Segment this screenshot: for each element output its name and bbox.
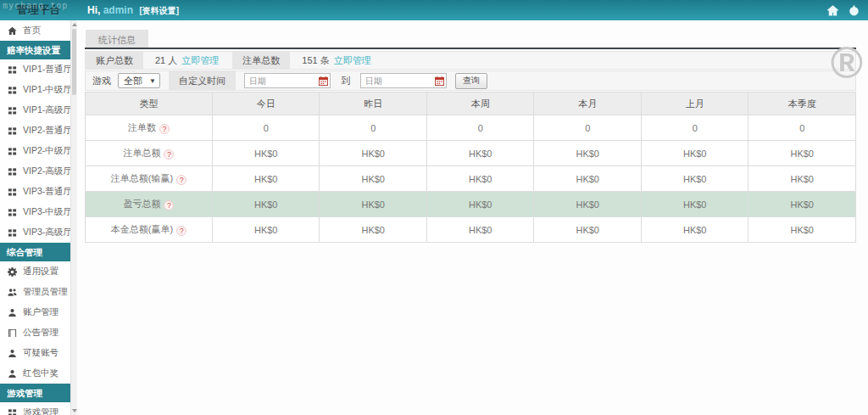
- sidebar-section-header: 综合管理: [0, 243, 77, 261]
- value-cell: HK$0: [212, 192, 320, 217]
- user-icon: [8, 349, 17, 358]
- sidebar-item[interactable]: 管理员管理: [0, 282, 77, 302]
- column-header: 今日: [212, 93, 320, 115]
- value-cell: 0: [320, 115, 427, 141]
- row-label: 注单总额(输赢): [111, 173, 173, 183]
- stat-value: 151 条: [302, 54, 329, 67]
- username[interactable]: admin: [103, 4, 133, 16]
- value-cell: HK$0: [748, 192, 856, 217]
- sidebar-item-label: VIP1-普通厅: [23, 64, 72, 76]
- grid-icon: [8, 228, 17, 238]
- value-cell: HK$0: [212, 166, 320, 192]
- grid-icon: [8, 188, 17, 197]
- sidebar-item[interactable]: VIP3-高级厅: [0, 222, 77, 243]
- sidebar-item[interactable]: 红包中奖: [0, 363, 77, 384]
- grid-icon: [8, 167, 17, 177]
- calendar-icon[interactable]: [435, 76, 444, 86]
- value-cell: HK$0: [534, 217, 642, 243]
- scroll-up-arrow-icon[interactable]: [72, 23, 77, 26]
- home-icon[interactable]: [827, 5, 838, 16]
- column-header: 上月: [641, 93, 748, 115]
- sidebar-item[interactable]: VIP1-中级厅: [0, 80, 77, 100]
- sidebar-item[interactable]: 游戏管理: [0, 402, 77, 415]
- row-label-cell: 本金总额(赢单)?: [86, 217, 213, 243]
- main-content: ® 统计信息 账户总数21 人立即管理注单总数151 条立即管理 游戏 全部 ▼…: [77, 20, 868, 415]
- sidebar-item-label: 红包中奖: [23, 367, 58, 379]
- value-cell: HK$0: [212, 141, 320, 166]
- table-row: 注单总额?HK$0HK$0HK$0HK$0HK$0HK$0: [86, 141, 856, 166]
- value-cell: HK$0: [426, 166, 534, 192]
- sidebar-item[interactable]: 可疑账号: [0, 343, 77, 363]
- sidebar-item[interactable]: 首页: [0, 20, 77, 41]
- value-cell: 0: [212, 115, 320, 141]
- book-icon: [8, 328, 17, 338]
- home-icon: [8, 26, 17, 36]
- help-icon[interactable]: ?: [176, 226, 186, 236]
- sidebar-item[interactable]: VIP3-普通厅: [0, 182, 77, 202]
- top-header-bar: 管理平台 Hi, admin [资料设置]: [0, 0, 868, 20]
- sidebar-item-label: VIP3-高级厅: [23, 227, 72, 238]
- date-to-label: 到: [341, 75, 350, 87]
- greeting: Hi, admin [资料设置]: [87, 4, 179, 17]
- sidebar-item[interactable]: 通用设置: [0, 261, 77, 282]
- column-header: 本周: [426, 93, 534, 115]
- value-cell: HK$0: [426, 192, 534, 217]
- value-cell: 0: [748, 115, 856, 141]
- tab-statistics[interactable]: 统计信息: [86, 30, 148, 48]
- date-to-wrap: [360, 73, 447, 88]
- value-cell: HK$0: [534, 141, 642, 166]
- sidebar-section-header: 游戏管理: [0, 384, 77, 402]
- date-from-wrap: [244, 73, 331, 88]
- grid-icon: [8, 126, 17, 136]
- table-row: 本金总额(赢单)?HK$0HK$0HK$0HK$0HK$0HK$0: [86, 217, 856, 243]
- column-header: 本月: [534, 93, 642, 115]
- sidebar-item-label: 通用设置: [23, 266, 58, 278]
- table-header-row: 类型今日昨日本周本月上月本季度: [86, 93, 856, 115]
- sidebar-item[interactable]: VIP1-高级厅: [0, 100, 77, 121]
- scroll-down-arrow-icon[interactable]: [72, 409, 77, 412]
- sidebar-item[interactable]: VIP2-普通厅: [0, 121, 77, 141]
- sidebar-item[interactable]: 公告管理: [0, 322, 77, 343]
- help-icon[interactable]: ?: [164, 149, 174, 160]
- value-cell: HK$0: [426, 141, 534, 166]
- row-label: 盈亏总额: [123, 199, 160, 209]
- sidebar-item[interactable]: VIP3-中级厅: [0, 202, 77, 222]
- admin-page: 管理平台 Hi, admin [资料设置] mychang.top 首页赔率快捷…: [0, 0, 868, 415]
- date-to-input[interactable]: [360, 73, 447, 88]
- value-cell: HK$0: [748, 141, 856, 166]
- value-cell: 0: [534, 115, 642, 141]
- calendar-icon[interactable]: [319, 76, 328, 86]
- manage-now-link[interactable]: 立即管理: [181, 54, 219, 67]
- sidebar-item-label: 可疑账号: [23, 347, 58, 359]
- scrollbar-thumb[interactable]: [72, 29, 76, 95]
- value-cell: HK$0: [320, 192, 427, 217]
- sidebar-item[interactable]: VIP1-普通厅: [0, 59, 77, 80]
- value-cell: 0: [426, 115, 534, 141]
- help-icon[interactable]: ?: [164, 200, 174, 210]
- help-icon[interactable]: ?: [159, 124, 170, 134]
- sidebar-scrollbar[interactable]: [70, 20, 77, 415]
- query-button[interactable]: 查询: [455, 73, 487, 89]
- user-icon: [8, 308, 17, 317]
- row-label-cell: 注单总额(输赢)?: [86, 166, 213, 192]
- sidebar-item[interactable]: 账户管理: [0, 302, 77, 322]
- game-filter-label: 游戏: [92, 75, 111, 87]
- value-cell: HK$0: [641, 141, 748, 166]
- power-icon[interactable]: [849, 5, 860, 16]
- manage-now-link[interactable]: 立即管理: [334, 54, 371, 67]
- value-cell: HK$0: [534, 192, 642, 217]
- gear-icon: [8, 267, 17, 277]
- game-select[interactable]: 全部 ▼: [118, 73, 160, 88]
- value-cell: HK$0: [748, 217, 856, 243]
- value-cell: HK$0: [320, 166, 427, 192]
- sidebar-item[interactable]: VIP2-高级厅: [0, 161, 77, 182]
- sidebar-item-label: VIP1-高级厅: [23, 104, 72, 116]
- help-icon[interactable]: ?: [176, 175, 186, 185]
- value-cell: HK$0: [426, 217, 534, 243]
- sidebar-item-label: VIP3-普通厅: [23, 186, 72, 198]
- profile-settings-link[interactable]: [资料设置]: [139, 6, 179, 15]
- tab-bar: 统计信息: [85, 30, 856, 49]
- date-from-input[interactable]: [244, 73, 331, 88]
- sidebar-item[interactable]: VIP2-中级厅: [0, 141, 77, 161]
- value-cell: HK$0: [641, 217, 748, 243]
